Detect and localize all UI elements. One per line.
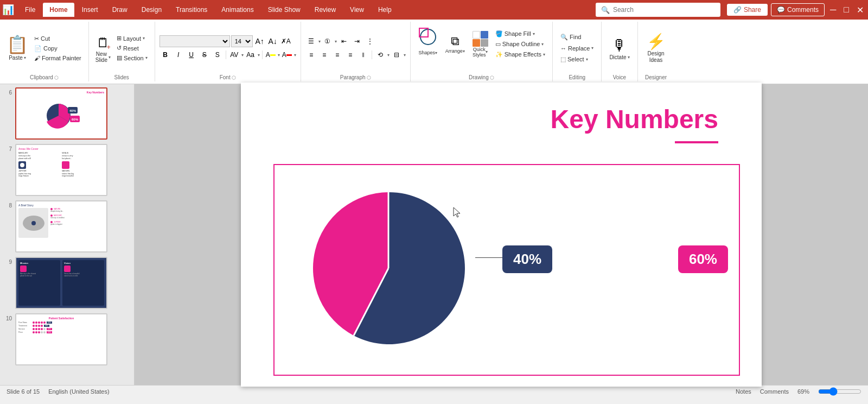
clipboard-expand-icon[interactable]: ⬡ (54, 75, 59, 80)
section-button[interactable]: ▤ Section ▾ (114, 53, 150, 62)
section-dropdown-icon: ▾ (145, 55, 148, 60)
column-button[interactable]: ⋮ (364, 35, 376, 47)
italic-button[interactable]: I (173, 49, 184, 61)
menu-slideshow[interactable]: Slide Show (261, 3, 307, 17)
ribbon-group-clipboard: 📋 Paste ▾ ✂ Cut 📄 Copy (0, 22, 89, 81)
slide-item-7[interactable]: 7 Areas We Cover MERCURYmercury is thepl… (2, 143, 132, 197)
format-painter-button[interactable]: 🖌 Format Painter (31, 54, 84, 62)
menu-insert[interactable]: Insert (75, 3, 105, 17)
search-input[interactable] (613, 6, 705, 14)
strikethrough-button[interactable]: S (199, 49, 210, 61)
label-40[interactable]: 40% (502, 245, 552, 273)
slide-thumb-8[interactable]: A Brief Story SATURN despi (15, 200, 107, 252)
menu-draw[interactable]: Draw (106, 3, 134, 17)
align-left-button[interactable]: ≡ (305, 49, 317, 61)
search-bar[interactable]: 🔍 (596, 3, 720, 17)
drawing-label: Drawing (469, 74, 489, 80)
slide-item-10[interactable]: 10 Patient Satisfaction Five Stars (2, 312, 132, 367)
increase-indent-button[interactable]: ⇥ (351, 35, 363, 47)
canvas-area[interactable]: Key Numbers (135, 84, 868, 385)
font-color-button[interactable]: A (281, 49, 293, 61)
slide-thumb-9[interactable]: Mission Mercury is the closestplanet to … (15, 257, 107, 309)
bullets-button[interactable]: ☰ (305, 35, 317, 47)
menu-home[interactable]: Home (43, 3, 74, 17)
paste-button[interactable]: 📋 Paste ▾ (4, 34, 30, 61)
svg-point-8 (31, 221, 36, 225)
font-expand-icon[interactable]: ⬡ (232, 75, 236, 80)
pie-chart-container[interactable]: 40% 60% (273, 164, 740, 376)
minimize-button[interactable]: ─ (828, 5, 838, 15)
slide-main-title[interactable]: Key Numbers (551, 104, 718, 134)
align-center-button[interactable]: ≡ (318, 49, 330, 61)
comments-status-button[interactable]: Comments (760, 388, 789, 395)
smart-art-button[interactable]: ⊟ (391, 49, 403, 61)
quick-styles-button[interactable]: Quick Styles ▾ (469, 24, 492, 64)
replace-button[interactable]: ↔ Replace ▾ (557, 43, 597, 53)
comments-button[interactable]: 💬 Comments (771, 3, 825, 16)
para-row-bottom: ≡ ≡ ≡ ≡ ⦀ ⟲ ▾ ⊟ ▾ (305, 49, 406, 61)
slide-item-6[interactable]: 6 Key Numbers 40% 60% (2, 86, 132, 141)
layout-button[interactable]: ⊞ Layout ▾ (114, 34, 150, 43)
menu-view[interactable]: View (343, 3, 371, 17)
font-size-decrease-button[interactable]: A↓ (267, 35, 279, 47)
menu-tabs: File Home Insert Draw Design Transitions… (18, 3, 596, 17)
close-button[interactable]: ✕ (854, 5, 866, 15)
menu-file[interactable]: File (18, 3, 42, 17)
connector-line-40 (475, 257, 502, 258)
find-button[interactable]: 🔍 Find (557, 32, 597, 42)
cut-button[interactable]: ✂ Cut (31, 34, 84, 43)
slide-9-content: Mission Mercury is the closestplanet to … (16, 258, 106, 308)
align-right-button[interactable]: ≡ (331, 49, 343, 61)
column-break-button[interactable]: ⦀ (358, 49, 369, 61)
menu-review[interactable]: Review (308, 3, 342, 17)
slide-item-8[interactable]: 8 A Brief Story SATURN (2, 199, 132, 254)
reset-button[interactable]: ↺ Reset (114, 43, 150, 53)
font-size-increase-button[interactable]: A↑ (254, 35, 266, 47)
zoom-slider[interactable] (818, 387, 861, 396)
slide-thumb-10[interactable]: Patient Satisfaction Five Stars 9 (15, 313, 107, 365)
justify-button[interactable]: ≡ (344, 49, 356, 61)
slide-item-9[interactable]: 9 Mission Mercury is the closestplanet t… (2, 256, 132, 310)
new-slide-button[interactable]: 🗒 + New Slide ▾ (93, 32, 113, 65)
menu-help[interactable]: Help (372, 3, 398, 17)
menu-design[interactable]: Design (135, 3, 168, 17)
svg-text:60%: 60% (72, 118, 79, 121)
menu-animations[interactable]: Animations (215, 3, 260, 17)
notes-button[interactable]: Notes (736, 388, 751, 395)
drawing-expand-icon[interactable]: ⬡ (490, 75, 494, 80)
design-ideas-button[interactable]: ⚡ Design Ideas (642, 28, 670, 68)
text-highlight-button[interactable]: A (265, 49, 277, 61)
ribbon-group-paragraph: ☰ ▾ ① ▾ ⇤ ⇥ ⋮ ≡ ≡ ≡ ≡ ⦀ ⟲ ▾ ⊟ (301, 22, 411, 81)
paragraph-expand-icon[interactable]: ⬡ (367, 75, 371, 80)
label-60[interactable]: 60% (678, 245, 728, 273)
shape-fill-button[interactable]: 🪣 Shape Fill ▾ (493, 29, 548, 39)
slide-thumb-7[interactable]: Areas We Cover MERCURYmercury is theplan… (15, 144, 107, 196)
copy-button[interactable]: 📄 Copy (31, 44, 84, 53)
change-case-button[interactable]: Aa (245, 49, 257, 61)
select-button[interactable]: ⬚ Select ▾ (557, 54, 597, 65)
paste-dropdown-icon: ▾ (24, 55, 26, 60)
maximize-button[interactable]: □ (841, 5, 851, 15)
bold-button[interactable]: B (159, 49, 171, 61)
shape-outline-button[interactable]: ▭ Shape Outline ▾ (493, 40, 548, 49)
dictate-button[interactable]: 🎙 Dictate ▾ (606, 28, 633, 68)
text-direction-button[interactable]: ⟲ (374, 49, 386, 61)
slide-thumb-6[interactable]: Key Numbers 40% 60% (15, 87, 107, 140)
share-button[interactable]: 🔗 Share (727, 4, 768, 16)
clear-format-button[interactable]: ✗A (280, 35, 292, 47)
arrange-button[interactable]: ⧉ Arrange ▾ (442, 24, 468, 64)
menu-transitions[interactable]: Transitions (169, 3, 214, 17)
shadow-button[interactable]: S (212, 49, 224, 61)
shape-effects-button[interactable]: ✨ Shape Effects ▾ (493, 50, 548, 59)
slide-canvas[interactable]: Key Numbers (241, 83, 762, 387)
font-row-bottom: B I U S S AV ▾ Aa ▾ A ▾ A ▾ (159, 49, 296, 61)
underline-button[interactable]: U (186, 49, 197, 61)
font-family-select[interactable] (159, 35, 230, 47)
shapes-button[interactable]: Shapes ▾ (415, 24, 441, 55)
numbering-button[interactable]: ① (322, 35, 334, 47)
paragraph-label: Paragraph (340, 74, 366, 80)
character-spacing-button[interactable]: AV (228, 49, 240, 61)
decrease-indent-button[interactable]: ⇤ (338, 35, 350, 47)
status-bar: Slide 6 of 15 English (United States) No… (0, 385, 868, 397)
font-size-select[interactable]: 14 (231, 35, 253, 47)
